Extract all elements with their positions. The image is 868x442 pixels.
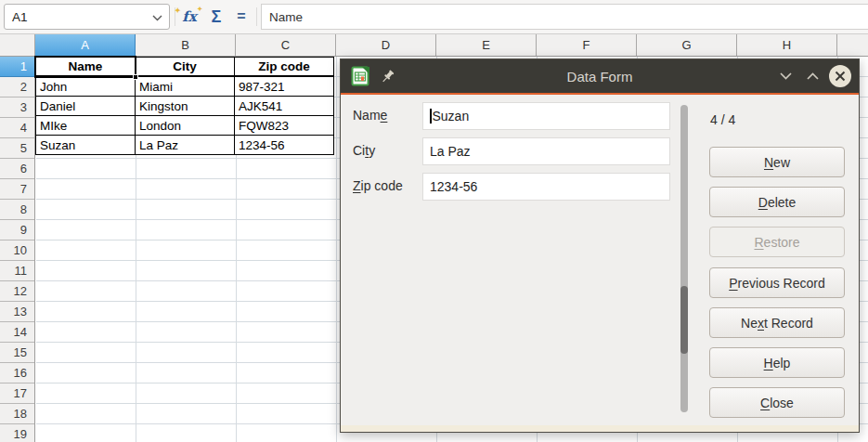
column-header-a[interactable]: A: [35, 34, 136, 56]
sum-icon[interactable]: Σ: [204, 4, 228, 30]
table-row: Suzan La Paz 1234-56: [36, 136, 334, 155]
close-dialog-button[interactable]: Close: [709, 387, 845, 418]
column-header-b[interactable]: B: [136, 34, 236, 56]
cell-b3[interactable]: Kingston: [136, 97, 235, 116]
cell-b2[interactable]: Miami: [136, 77, 235, 97]
table-row: Daniel Kingston AJK541: [36, 97, 334, 116]
record-counter: 4 / 4: [710, 112, 735, 127]
pin-icon[interactable]: [381, 69, 395, 84]
field-label-city: City: [353, 143, 375, 158]
cell-b1[interactable]: City: [136, 58, 235, 77]
row-header-2[interactable]: 2: [0, 77, 34, 98]
row-header-4[interactable]: 4: [0, 118, 34, 138]
row-header-15[interactable]: 15: [0, 343, 34, 363]
titlebar-controls: [775, 59, 851, 93]
help-button[interactable]: Help: [709, 347, 845, 378]
column-header-e[interactable]: E: [436, 34, 537, 56]
close-icon: [835, 71, 846, 82]
field-label-zip-code: Zip code: [353, 178, 403, 193]
dialog-titlebar[interactable]: Data Form: [341, 59, 859, 93]
text-cursor: [430, 109, 432, 124]
cell-c2[interactable]: 987-321: [235, 77, 334, 97]
row-header-16[interactable]: 16: [0, 363, 34, 384]
chevron-down-icon[interactable]: [775, 66, 796, 86]
next-record-button[interactable]: Next Record: [709, 307, 845, 338]
new-button[interactable]: New: [709, 147, 845, 177]
column-header-g[interactable]: G: [637, 34, 737, 56]
data-table: Name City Zip code John Miami 987-321 Da…: [35, 57, 334, 155]
close-button[interactable]: [829, 65, 851, 87]
cell-a5[interactable]: Suzan: [36, 136, 136, 155]
table-row: John Miami 987-321: [36, 77, 334, 97]
table-header-row: Name City Zip code: [36, 58, 334, 77]
cell-b4[interactable]: London: [136, 116, 235, 136]
row-header-17[interactable]: 17: [0, 384, 34, 404]
row-header-5[interactable]: 5: [0, 138, 34, 159]
row-header-11[interactable]: 11: [0, 261, 34, 281]
chevron-down-icon[interactable]: [152, 15, 162, 21]
data-form-dialog: Data Form: [340, 58, 860, 433]
separator: [256, 7, 257, 26]
city-field[interactable]: La Paz: [422, 137, 670, 165]
column-header-partial[interactable]: [837, 34, 868, 56]
cell-reference-box[interactable]: A1: [4, 4, 170, 30]
libreoffice-calc-window: A1 fx ✦ ✦ Σ = Name ABCDEFGH 123456789101…: [0, 0, 868, 442]
cell-a3[interactable]: Daniel: [36, 97, 136, 116]
row-header-14[interactable]: 14: [0, 322, 34, 343]
calc-app-icon: [350, 66, 370, 86]
cell-c5[interactable]: 1234-56: [235, 136, 334, 155]
column-header-d[interactable]: D: [336, 34, 436, 56]
row-header-10[interactable]: 10: [0, 240, 34, 261]
function-wizard-icon[interactable]: fx ✦ ✦: [176, 4, 202, 30]
column-header-c[interactable]: C: [236, 34, 336, 56]
previous-record-button[interactable]: Previous Record: [709, 267, 845, 298]
row-headers: 12345678910111213141516171819: [0, 57, 35, 442]
cell-b5[interactable]: La Paz: [136, 136, 235, 155]
delete-button[interactable]: Delete: [709, 187, 845, 217]
cell-a2[interactable]: John: [36, 77, 136, 97]
dialog-title: Data Form: [567, 69, 633, 84]
name-field[interactable]: Suzan: [422, 102, 670, 130]
cell-c3[interactable]: AJK541: [235, 97, 334, 116]
cell-a1[interactable]: Name: [36, 58, 136, 77]
field-label-name: Name: [353, 108, 387, 123]
form-scrollbar[interactable]: [680, 105, 688, 412]
column-headers: ABCDEFGH: [0, 34, 868, 57]
cell-c1[interactable]: Zip code: [235, 58, 334, 77]
dialog-bottom-edge: [341, 425, 859, 432]
restore-button: Restore: [709, 227, 845, 257]
formula-icon[interactable]: =: [232, 4, 251, 30]
row-header-3[interactable]: 3: [0, 98, 34, 118]
row-header-18[interactable]: 18: [0, 404, 34, 424]
row-header-9[interactable]: 9: [0, 220, 34, 240]
zip-code-field[interactable]: 1234-56: [422, 173, 670, 201]
scrollbar-thumb[interactable]: [680, 286, 688, 354]
cell-reference: A1: [12, 10, 28, 24]
row-header-12[interactable]: 12: [0, 281, 34, 302]
row-header-19[interactable]: 19: [0, 424, 34, 442]
row-header-13[interactable]: 13: [0, 302, 34, 322]
select-all-corner[interactable]: [0, 34, 35, 56]
column-header-f[interactable]: F: [537, 34, 637, 56]
dialog-body: Name Suzan City La Paz Zip code 1234-56 …: [341, 95, 859, 425]
cell-a4[interactable]: MIke: [36, 116, 136, 136]
row-header-8[interactable]: 8: [0, 200, 34, 220]
row-header-7[interactable]: 7: [0, 179, 34, 200]
cell-c4[interactable]: FQW823: [235, 116, 334, 136]
chevron-up-icon[interactable]: [802, 66, 823, 86]
table-row: MIke London FQW823: [36, 116, 334, 136]
row-header-1[interactable]: 1: [0, 57, 34, 77]
column-header-h[interactable]: H: [737, 34, 837, 56]
formula-input-line[interactable]: Name: [261, 4, 868, 30]
formula-bar: A1 fx ✦ ✦ Σ = Name: [0, 0, 868, 34]
row-header-6[interactable]: 6: [0, 159, 34, 179]
